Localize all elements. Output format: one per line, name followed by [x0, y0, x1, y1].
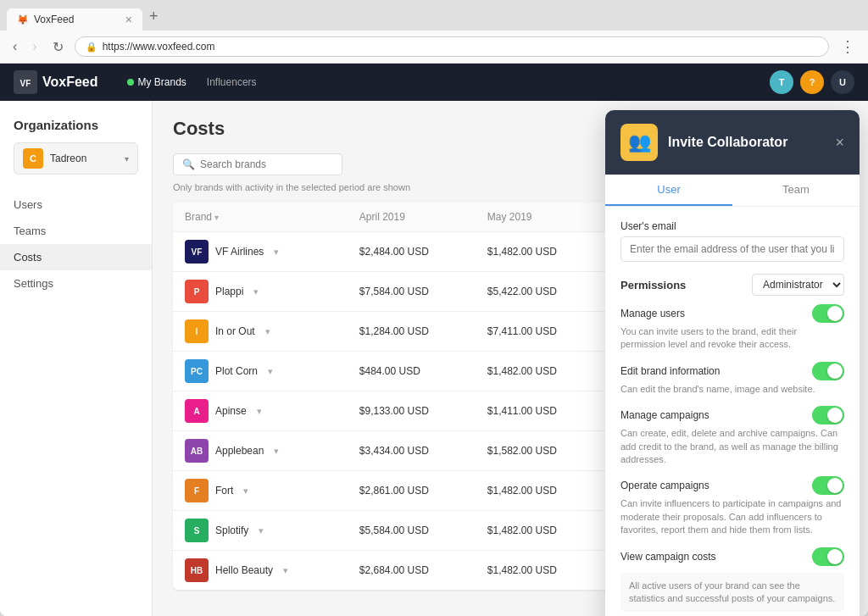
- brand-logo: AB: [185, 439, 209, 463]
- header-right: T ? U: [770, 70, 854, 94]
- april-amount: $5,584.00 USD: [348, 511, 476, 551]
- email-input[interactable]: [620, 236, 844, 262]
- permissions-header: Permissions Administrator: [620, 274, 844, 296]
- org-chevron-icon: ▾: [125, 154, 129, 164]
- back-button[interactable]: ‹: [8, 37, 21, 56]
- brand-logo: I: [185, 319, 209, 343]
- sidebar-nav: Users Teams Costs Settings: [0, 191, 152, 297]
- modal-tab-user[interactable]: User: [605, 175, 732, 206]
- brand-name: Plot Corn: [215, 365, 258, 377]
- active-dot: [127, 79, 134, 86]
- permission-toggle[interactable]: [812, 476, 844, 495]
- brand-expand-icon[interactable]: ▾: [243, 486, 248, 497]
- nav-my-brands[interactable]: My Brands: [119, 73, 195, 92]
- april-amount: $3,434.00 USD: [348, 431, 476, 471]
- org-name: Tadreon: [50, 153, 118, 164]
- permissions-label: Permissions: [620, 279, 686, 291]
- brand-name: Fort: [215, 485, 233, 497]
- brand-expand-icon[interactable]: ▾: [259, 525, 264, 536]
- view-costs-note: All active users of your brand can see t…: [620, 573, 844, 613]
- may-amount: $1,482.00 USD: [476, 232, 604, 272]
- brand-cell: VF VF Airlines ▾: [173, 232, 348, 272]
- email-label: User's email: [620, 220, 844, 232]
- brand-name: Hello Beauty: [215, 564, 273, 576]
- sidebar-item-settings[interactable]: Settings: [0, 270, 152, 297]
- permission-desc: Can create, edit, delete and archive cam…: [620, 427, 844, 466]
- tab-close-button[interactable]: ×: [125, 14, 132, 25]
- brand-expand-icon[interactable]: ▾: [274, 446, 279, 457]
- sidebar-title: Organizations: [14, 118, 138, 132]
- april-amount: $2,861.00 USD: [348, 471, 476, 511]
- permission-name: Manage campaigns: [620, 409, 709, 421]
- permission-row: Edit brand information: [620, 362, 844, 380]
- april-amount: $484.00 USD: [348, 352, 476, 391]
- avatar-dark[interactable]: U: [831, 70, 854, 94]
- org-selector[interactable]: C Tadreon ▾: [14, 142, 138, 175]
- may-amount: $1,482.00 USD: [476, 511, 604, 551]
- sidebar-item-teams[interactable]: Teams: [0, 218, 152, 244]
- may-amount: $1,482.00 USD: [476, 352, 604, 391]
- ssl-lock-icon: 🔒: [86, 42, 97, 53]
- search-box[interactable]: 🔍: [173, 153, 342, 175]
- browser-tab-bar: 🦊 VoxFeed × +: [0, 0, 868, 31]
- sidebar-org-section: Organizations C Tadreon ▾: [0, 118, 152, 175]
- url-text: https://www.voxfeed.com: [103, 41, 215, 53]
- brand-cell: S Splotify ▾: [173, 511, 348, 551]
- brand-expand-icon[interactable]: ▾: [283, 565, 288, 576]
- brand-name: Applebean: [215, 445, 264, 457]
- permission-item: Operate campaigns Can invite influencers…: [620, 476, 844, 536]
- brand-expand-icon[interactable]: ▾: [253, 286, 259, 297]
- permission-item: Manage campaigns Can create, edit, delet…: [620, 406, 844, 466]
- brand-sort-icon[interactable]: ▾: [214, 213, 219, 222]
- brand-expand-icon[interactable]: ▾: [274, 247, 279, 258]
- nav-influencers[interactable]: Influencers: [198, 73, 265, 92]
- browser-tab-active[interactable]: 🦊 VoxFeed ×: [7, 8, 142, 31]
- permission-toggle[interactable]: [812, 304, 844, 323]
- permission-name: View campaign costs: [620, 551, 716, 563]
- tab-label: VoxFeed: [34, 14, 74, 25]
- nav-my-brands-label: My Brands: [138, 76, 186, 88]
- search-input[interactable]: [200, 158, 333, 170]
- brand-cell: PC Plot Corn ▾: [173, 352, 348, 391]
- modal-title: Invite Collaborator: [668, 135, 825, 150]
- permission-toggle[interactable]: [812, 547, 844, 566]
- permission-row: Manage campaigns: [620, 406, 844, 425]
- sidebar-item-users[interactable]: Users: [0, 191, 152, 218]
- brand-cell: A Apinse ▾: [173, 391, 348, 431]
- brand-expand-icon[interactable]: ▾: [265, 326, 270, 337]
- browser-menu-button[interactable]: ⋮: [836, 36, 860, 58]
- address-bar[interactable]: 🔒 https://www.voxfeed.com: [75, 36, 829, 57]
- brand-expand-icon[interactable]: ▾: [257, 406, 262, 417]
- reload-button[interactable]: ↻: [48, 37, 68, 57]
- permissions-list: Manage users You can invite users to the…: [620, 304, 844, 612]
- avatar-orange[interactable]: ?: [800, 70, 824, 94]
- logo-icon: VF: [14, 70, 37, 94]
- permission-name: Manage users: [620, 308, 685, 319]
- permission-toggle[interactable]: [812, 362, 844, 380]
- brand-expand-icon[interactable]: ▾: [268, 366, 273, 377]
- modal-close-button[interactable]: ×: [835, 134, 844, 152]
- brand-logo: VF: [185, 240, 209, 264]
- role-select[interactable]: Administrator: [752, 274, 844, 296]
- tab-favicon: 🦊: [17, 14, 29, 25]
- search-icon: 🔍: [182, 158, 195, 170]
- may-amount: $5,422.00 USD: [476, 272, 604, 312]
- app-logo: VF VoxFeed: [14, 70, 98, 94]
- may-amount: $1,411.00 USD: [476, 391, 604, 431]
- permission-desc: Can invite influencers to participate in…: [620, 497, 844, 536]
- brand-logo: F: [185, 479, 209, 502]
- new-tab-button[interactable]: +: [142, 3, 165, 31]
- avatar-teal[interactable]: T: [770, 70, 793, 94]
- sidebar-item-costs[interactable]: Costs: [0, 244, 152, 270]
- col-brand: Brand ▾: [173, 203, 348, 232]
- permission-desc: Can edit the brand's name, image and web…: [620, 383, 844, 396]
- brand-cell: HB Hello Beauty ▾: [173, 551, 348, 591]
- may-amount: $1,482.00 USD: [476, 551, 604, 591]
- brand-cell: AB Applebean ▾: [173, 431, 348, 471]
- app-header: VF VoxFeed My Brands Influencers T ? U: [0, 64, 868, 101]
- permission-toggle[interactable]: [812, 406, 844, 425]
- permission-item: Edit brand information Can edit the bran…: [620, 362, 844, 396]
- modal-tab-team[interactable]: Team: [732, 175, 860, 206]
- col-may: May 2019: [476, 203, 604, 232]
- forward-button[interactable]: ›: [28, 37, 41, 56]
